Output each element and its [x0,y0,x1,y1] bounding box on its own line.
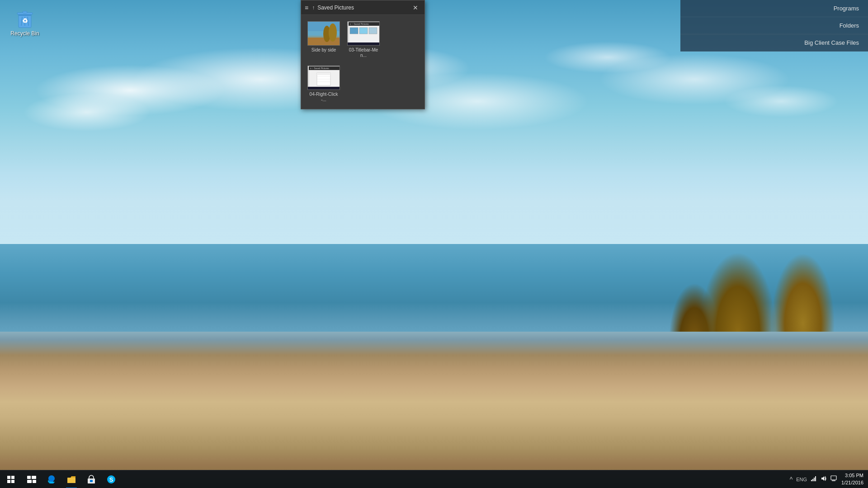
close-button[interactable]: ✕ [410,2,421,13]
recycle-bin-icon[interactable]: ♻ Recycle Bin [9,7,41,37]
svg-rect-44 [814,478,815,481]
clock-date: 1/21/2016 [841,479,863,486]
start-button[interactable] [0,470,22,488]
svg-rect-18 [350,28,358,34]
file-explorer-window: ≡ ↑ Saved Pictures ✕ Side by side [301,0,425,109]
task-view-button[interactable] [22,470,42,488]
tray-action-center-icon[interactable] [830,475,837,483]
edge-browser-button[interactable] [42,470,61,488]
edge-browser-icon [47,475,56,484]
svg-rect-45 [815,476,816,481]
file-item-3[interactable]: ≡ ↑ Saved Pictures 04-Right-Click-... [306,64,342,104]
svg-rect-48 [832,480,835,481]
svg-rect-19 [359,28,368,34]
store-button[interactable] [81,470,101,488]
taskbar-clock[interactable]: 3:05 PM 1/21/2016 [841,472,868,486]
recycle-bin-graphic: ♻ [14,7,36,28]
file-explorer-icon [67,475,76,483]
right-menu-item-programs[interactable]: Programs [680,0,868,17]
beach-layer [0,332,868,488]
desktop-background [0,0,868,488]
svg-rect-20 [369,28,377,34]
svg-marker-46 [821,476,824,481]
right-side-menu: Programs Folders Big Client Case Files [680,0,868,52]
svg-text:≡ ↑ Saved Pictures: ≡ ↑ Saved Pictures [350,23,369,25]
right-menu-item-folders[interactable]: Folders [680,17,868,34]
svg-rect-37 [67,479,75,483]
svg-rect-42 [811,480,812,481]
svg-text:♻: ♻ [22,17,28,24]
tray-volume-icon[interactable] [821,475,827,483]
file-name-1: Side by side [307,47,340,53]
svg-rect-27 [317,73,330,75]
file-explorer-button[interactable] [61,470,81,488]
file-content-area: Side by side ≡ ↑ Saved Pictures [301,15,425,109]
file-thumbnail-2: ≡ ↑ Saved Pictures [347,21,380,46]
file-name-2: 03-Titlebar-Men... [347,47,380,58]
task-view-icon [27,476,36,483]
svg-rect-3 [23,11,27,13]
svg-rect-35 [33,480,36,483]
svg-point-12 [329,23,337,42]
taskbar: S ^ ENG [0,470,868,488]
system-tray: ^ ENG [785,475,841,483]
svg-rect-31 [308,87,340,90]
tray-network-icon[interactable] [811,475,817,483]
skype-icon: S [107,475,116,484]
up-arrow-icon[interactable]: ↑ [312,5,315,11]
file-item-2[interactable]: ≡ ↑ Saved Pictures 03-Titlebar-Men... [345,19,382,60]
window-title: Saved Pictures [317,5,410,11]
right-menu-item-bigclient[interactable]: Big Client Case Files [680,34,868,52]
svg-rect-34 [27,480,32,483]
titlebar[interactable]: ≡ ↑ Saved Pictures ✕ [301,0,425,15]
svg-text:S: S [109,476,113,483]
svg-rect-43 [812,479,813,481]
tray-chevron-icon[interactable]: ^ [790,476,793,483]
skype-button[interactable]: S [101,470,121,488]
file-thumbnail-3: ≡ ↑ Saved Pictures [307,66,340,90]
store-icon [87,475,96,484]
svg-rect-33 [32,476,36,479]
svg-text:≡ ↑ Saved Pictures: ≡ ↑ Saved Pictures [310,67,329,70]
svg-rect-39 [90,480,93,482]
recycle-bin-label: Recycle Bin [9,30,41,37]
menu-icon[interactable]: ≡ [305,4,308,11]
tray-keyboard-icon[interactable]: ENG [796,477,807,482]
svg-rect-47 [831,476,836,480]
svg-rect-32 [27,476,31,479]
file-name-3: 04-Right-Click-... [307,92,340,103]
svg-rect-21 [348,42,379,46]
windows-logo-icon [7,476,14,483]
file-item-1[interactable]: Side by side [306,19,342,60]
file-thumbnail-1 [307,21,340,46]
clock-time: 3:05 PM [841,472,863,479]
